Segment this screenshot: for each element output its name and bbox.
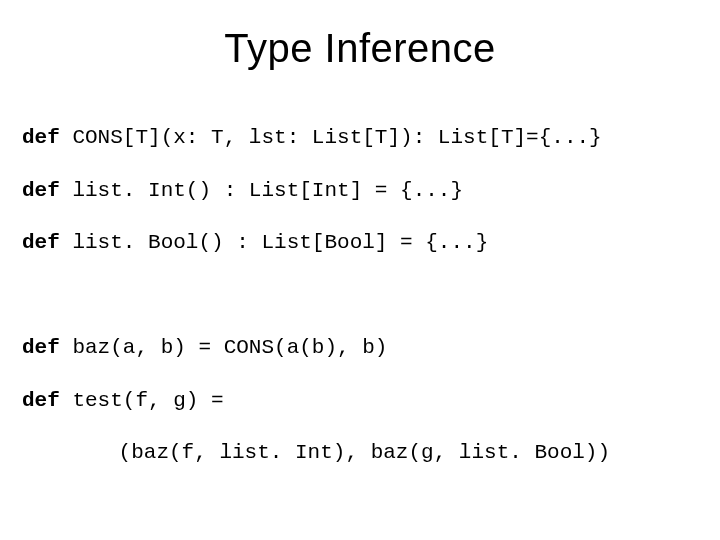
code-text: CONS[T](x: T, lst: List[T]): List[T]={..… xyxy=(60,126,602,149)
keyword-def: def xyxy=(22,231,60,254)
slide: Type Inference def CONS[T](x: T, lst: Li… xyxy=(0,0,720,540)
slide-title: Type Inference xyxy=(0,0,720,81)
keyword-def: def xyxy=(22,179,60,202)
keyword-def: def xyxy=(22,389,60,412)
code-text: list. Int() : List[Int] = {...} xyxy=(60,179,463,202)
code-line-4: def baz(a, b) = CONS(a(b), b) xyxy=(22,335,720,361)
blank-line xyxy=(22,283,720,309)
code-text: baz(a, b) = CONS(a(b), b) xyxy=(60,336,388,359)
code-line-2: def list. Int() : List[Int] = {...} xyxy=(22,178,720,204)
code-text: list. Bool() : List[Bool] = {...} xyxy=(60,231,488,254)
keyword-def: def xyxy=(22,336,60,359)
code-line-5: def test(f, g) = xyxy=(22,388,720,414)
code-line-3: def list. Bool() : List[Bool] = {...} xyxy=(22,230,720,256)
code-line-6: (baz(f, list. Int), baz(g, list. Bool)) xyxy=(22,440,720,466)
code-line-1: def CONS[T](x: T, lst: List[T]): List[T]… xyxy=(22,125,720,151)
code-text: test(f, g) = xyxy=(60,389,224,412)
code-block: def CONS[T](x: T, lst: List[T]): List[T]… xyxy=(0,81,720,519)
keyword-def: def xyxy=(22,126,60,149)
